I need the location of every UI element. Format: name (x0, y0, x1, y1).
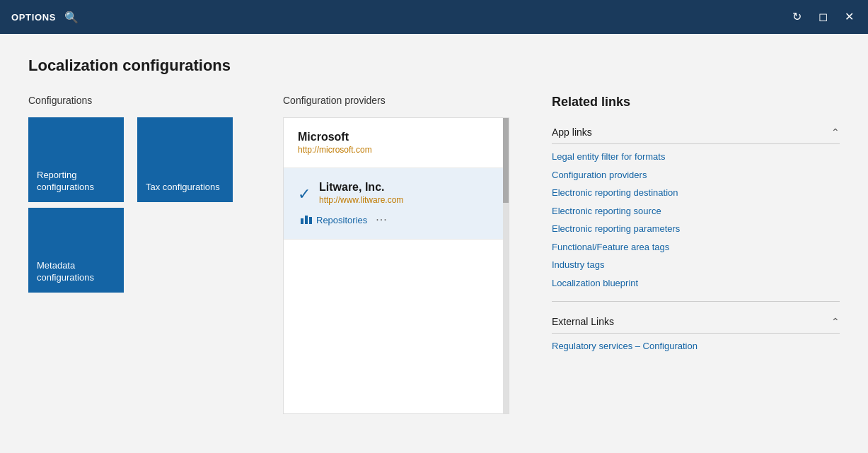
app-links-collapse-button[interactable]: ⌃ (831, 127, 840, 138)
refresh-button[interactable]: ↻ (789, 8, 804, 25)
repositories-button[interactable]: Repositories (301, 215, 367, 225)
tile-reporting[interactable]: Reporting configurations (28, 117, 124, 202)
provider-microsoft-header: Microsoft http://microsoft.com (298, 131, 494, 155)
scrollbar-area[interactable] (503, 118, 509, 413)
bar3 (309, 217, 312, 224)
providers-list: Microsoft http://microsoft.com ✓ Litware… (283, 117, 509, 414)
link-localization-blueprint[interactable]: Localization blueprint (552, 276, 840, 290)
search-icon[interactable]: 🔍 (64, 11, 79, 24)
external-links-collapse-button[interactable]: ⌃ (831, 316, 840, 327)
divider-external-links (552, 301, 840, 302)
provider-microsoft-name: Microsoft (298, 131, 372, 143)
tile-metadata[interactable]: Metadata configurations (28, 208, 124, 293)
configurations-col-title: Configurations (28, 95, 269, 106)
related-links-column: Related links App links ⌃ Legal entity f… (538, 95, 840, 435)
link-electronic-reporting-source[interactable]: Electronic reporting source (552, 204, 840, 218)
bar1 (301, 218, 303, 224)
provider-microsoft-info: Microsoft http://microsoft.com (298, 131, 372, 155)
page-title: Localization configurations (28, 57, 840, 75)
related-links-title: Related links (552, 95, 840, 110)
providers-col-title: Configuration providers (283, 95, 509, 106)
columns-wrapper: Configurations Reporting configurations … (28, 95, 840, 435)
external-links-list: Regulatory services – Configuration (552, 339, 840, 353)
link-industry-tags[interactable]: Industry tags (552, 258, 840, 272)
link-legal-entity-filter[interactable]: Legal entity filter for formats (552, 150, 840, 164)
provider-microsoft[interactable]: Microsoft http://microsoft.com (284, 118, 509, 168)
title-bar: OPTIONS 🔍 ↻ ◻ ✕ (0, 0, 868, 34)
provider-microsoft-url: http://microsoft.com (298, 145, 372, 155)
provider-litware-url: http://www.litware.com (319, 195, 403, 205)
external-links-section-label: External Links (552, 316, 614, 327)
link-functional-feature-area-tags[interactable]: Functional/Feature area tags (552, 240, 840, 254)
link-regulatory-services[interactable]: Regulatory services – Configuration (552, 339, 840, 353)
close-button[interactable]: ✕ (842, 8, 857, 25)
more-options-button[interactable]: ··· (376, 213, 387, 226)
repositories-icon (301, 216, 312, 224)
main-content: Localization configurations Configuratio… (0, 34, 868, 453)
provider-litware-actions: Repositories ··· (298, 213, 494, 226)
external-links-section-header: External Links ⌃ (552, 310, 840, 334)
app-links-section-label: App links (552, 127, 592, 138)
restore-button[interactable]: ◻ (816, 8, 831, 25)
link-configuration-providers[interactable]: Configuration providers (552, 168, 840, 182)
repositories-label: Repositories (316, 215, 367, 225)
app-links-section-header: App links ⌃ (552, 121, 840, 144)
provider-litware-checkmark: ✓ (298, 185, 311, 204)
tile-tax[interactable]: Tax configurations (137, 117, 233, 202)
scrollbar-thumb[interactable] (503, 118, 509, 203)
config-tiles-grid: Reporting configurations Tax configurati… (28, 117, 241, 293)
providers-column: Configuration providers Microsoft http:/… (283, 95, 509, 435)
provider-litware-info: Litware, Inc. http://www.litware.com (319, 181, 403, 205)
provider-litware-name: Litware, Inc. (319, 181, 403, 194)
window-controls: ↻ ◻ ✕ (789, 8, 857, 25)
link-electronic-reporting-destination[interactable]: Electronic reporting destination (552, 186, 840, 200)
bar2 (305, 216, 308, 224)
configurations-column: Configurations Reporting configurations … (28, 95, 269, 435)
provider-litware[interactable]: ✓ Litware, Inc. http://www.litware.com (284, 168, 509, 240)
link-electronic-reporting-parameters[interactable]: Electronic reporting parameters (552, 222, 840, 236)
app-title: OPTIONS (11, 12, 56, 23)
app-links-list: Legal entity filter for formats Configur… (552, 150, 840, 290)
provider-litware-header: ✓ Litware, Inc. http://www.litware.com (298, 181, 494, 205)
